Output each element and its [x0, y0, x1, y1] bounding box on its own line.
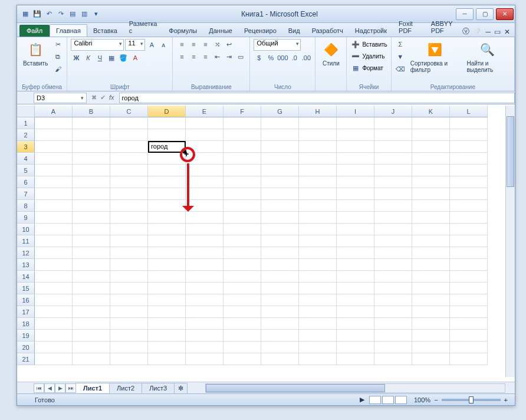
cell[interactable]: [261, 165, 299, 176]
cell[interactable]: [450, 224, 488, 235]
cell[interactable]: [186, 342, 223, 353]
cell[interactable]: [374, 306, 412, 318]
cell[interactable]: [110, 247, 148, 259]
cell[interactable]: [412, 235, 450, 247]
row-header[interactable]: 5: [17, 165, 35, 176]
tab-developer[interactable]: Разработч: [306, 25, 349, 37]
col-header[interactable]: H: [299, 106, 337, 117]
cell[interactable]: [412, 117, 450, 129]
col-header[interactable]: L: [450, 106, 488, 117]
cell[interactable]: [110, 294, 148, 306]
cell[interactable]: [450, 318, 488, 330]
align-bottom-icon[interactable]: ≡: [200, 39, 211, 50]
cell[interactable]: [35, 188, 73, 200]
cell[interactable]: [261, 283, 299, 294]
undo-icon[interactable]: ↶: [44, 9, 54, 19]
cell[interactable]: [186, 129, 223, 141]
cell[interactable]: [299, 353, 337, 365]
view-layout-icon[interactable]: [382, 396, 394, 404]
cell[interactable]: [299, 330, 337, 342]
file-tab[interactable]: Файл: [19, 25, 50, 37]
align-top-icon[interactable]: ≡: [176, 39, 187, 50]
cell[interactable]: [450, 342, 488, 353]
cell[interactable]: [73, 294, 110, 306]
tab-nav-last[interactable]: ⏭: [65, 383, 76, 393]
cell[interactable]: [261, 330, 299, 342]
cell[interactable]: [110, 188, 148, 200]
cell[interactable]: [412, 330, 450, 342]
tab-view[interactable]: Вид: [282, 25, 306, 37]
cell[interactable]: [374, 247, 412, 259]
cell[interactable]: [337, 330, 374, 342]
cell[interactable]: [110, 342, 148, 353]
cancel-icon[interactable]: ✖: [91, 94, 97, 101]
cell[interactable]: [261, 271, 299, 283]
select-all-corner[interactable]: [17, 106, 35, 117]
cell[interactable]: [412, 247, 450, 259]
cell[interactable]: [73, 259, 110, 271]
doc-close-icon[interactable]: ✕: [504, 28, 510, 36]
cell[interactable]: [299, 129, 337, 141]
cell[interactable]: [186, 259, 223, 271]
cell[interactable]: [337, 188, 374, 200]
cell[interactable]: [73, 330, 110, 342]
insert-label[interactable]: Вставить: [362, 41, 387, 48]
row-header[interactable]: 17: [17, 306, 35, 318]
cell[interactable]: [223, 283, 261, 294]
cell[interactable]: [73, 141, 110, 153]
cell[interactable]: [186, 117, 223, 129]
cell[interactable]: [450, 141, 488, 153]
cell[interactable]: [374, 318, 412, 330]
cell[interactable]: [337, 200, 374, 212]
merge-icon[interactable]: ▭: [235, 51, 246, 62]
cell[interactable]: [73, 200, 110, 212]
number-format-combo[interactable]: Общий: [254, 39, 301, 51]
underline-icon[interactable]: Ч: [94, 52, 105, 63]
cell[interactable]: [223, 235, 261, 247]
cell[interactable]: [450, 259, 488, 271]
cell[interactable]: [412, 306, 450, 318]
cell[interactable]: [35, 271, 73, 283]
formula-input[interactable]: город: [119, 93, 515, 103]
cell[interactable]: [223, 188, 261, 200]
cell[interactable]: [374, 330, 412, 342]
cell[interactable]: [110, 306, 148, 318]
tab-review[interactable]: Рецензиро: [238, 25, 282, 37]
cell[interactable]: [148, 330, 186, 342]
cell[interactable]: [337, 342, 374, 353]
redo-icon[interactable]: ↷: [56, 9, 65, 19]
cell[interactable]: [450, 200, 488, 212]
macro-icon[interactable]: ▶: [360, 396, 364, 403]
cell[interactable]: [110, 165, 148, 176]
row-header[interactable]: 11: [17, 235, 35, 247]
fx-icon[interactable]: fx: [109, 94, 114, 101]
cell[interactable]: [337, 235, 374, 247]
cell[interactable]: [299, 283, 337, 294]
cell[interactable]: [110, 283, 148, 294]
row-header[interactable]: 13: [17, 259, 35, 271]
cell[interactable]: [35, 283, 73, 294]
clear-icon[interactable]: ⌫: [395, 64, 406, 74]
cell[interactable]: [261, 200, 299, 212]
cell[interactable]: [223, 141, 261, 153]
cell[interactable]: [450, 235, 488, 247]
qat-item-icon[interactable]: ▥: [80, 9, 89, 19]
vscroll-thumb[interactable]: [507, 116, 514, 187]
cell[interactable]: [337, 271, 374, 283]
cell[interactable]: [412, 165, 450, 176]
cell[interactable]: [223, 129, 261, 141]
cell[interactable]: [450, 153, 488, 165]
cell[interactable]: [412, 271, 450, 283]
cell[interactable]: [35, 353, 73, 365]
cell[interactable]: [261, 294, 299, 306]
font-size-combo[interactable]: 11: [125, 39, 145, 51]
row-header[interactable]: 14: [17, 271, 35, 283]
cell[interactable]: [337, 117, 374, 129]
bold-icon[interactable]: Ж: [71, 52, 81, 63]
cell[interactable]: [299, 176, 337, 188]
cell[interactable]: [450, 117, 488, 129]
cell[interactable]: [35, 200, 73, 212]
cell[interactable]: [450, 283, 488, 294]
col-header[interactable]: A: [35, 106, 73, 117]
cell[interactable]: [110, 200, 148, 212]
